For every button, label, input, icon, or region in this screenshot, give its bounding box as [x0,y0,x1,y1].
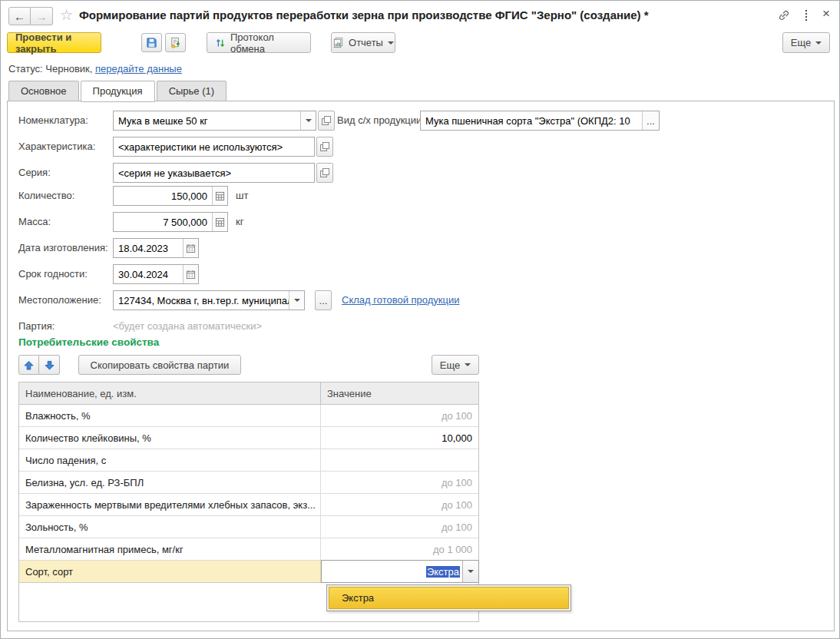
tab-main[interactable]: Основное [8,81,79,101]
kebab-dots-icon [805,9,808,22]
status-line: Статус: Черновик, передайте данные [8,63,182,74]
calendar-icon [186,243,196,253]
post-and-close-button[interactable]: Провести и закрыть [7,32,101,53]
save-button[interactable] [141,33,162,52]
product-kind-value: Мука пшеничная сорта "Экстра" (ОКПД2: 10 [421,111,642,130]
move-up-button[interactable] [18,355,39,375]
series-label: Серия: [18,163,51,183]
copy-link-button[interactable] [778,9,790,22]
chevron-down-icon [815,41,822,48]
production-date-field[interactable]: 18.04.2023 [113,238,199,258]
table-row[interactable]: Число падения, с [19,449,478,472]
table-row[interactable]: Влажность, % до 100 [19,405,478,427]
tab-products[interactable]: Продукция [81,81,155,102]
property-name: Влажность, % [19,405,321,426]
chevron-down-icon [306,119,312,125]
reports-button[interactable]: Отчеты [331,32,395,53]
consumer-properties-title: Потребительские свойства [18,336,159,348]
product-kind-field[interactable]: Мука пшеничная сорта "Экстра" (ОКПД2: 10… [420,111,660,131]
product-kind-label: Вид с/х продукции: [337,111,425,131]
product-kind-select-button[interactable]: ... [642,111,659,130]
tab-content-panel: Номенклатура: Мука в мешке 50 кг Вид с/х… [7,101,835,631]
property-name: Число падения, с [19,449,321,471]
mass-field[interactable]: 7 500,000 [113,212,228,232]
close-button[interactable]: × [818,5,835,22]
open-form-icon [322,116,331,125]
reports-label: Отчеты [349,37,383,48]
calculator-icon [215,191,225,201]
series-open-button[interactable] [316,163,333,183]
property-value [321,449,478,471]
mass-calculator-button[interactable] [212,213,227,231]
floppy-disk-icon [146,37,157,48]
selected-text: Экстра [426,566,460,578]
property-name: Белизна, усл. ед. РЗ-БПЛ [19,472,321,493]
quantity-field[interactable]: 150,000 [113,186,228,206]
quantity-unit: шт [236,186,248,206]
nomenclature-dropdown-button[interactable] [300,111,316,130]
series-field[interactable]: <серия не указывается> [113,163,315,183]
window-more-button[interactable] [800,9,812,22]
expiry-date-calendar-button[interactable] [183,265,198,283]
arrow-up-icon [24,360,34,370]
table-row[interactable]: Металломагнитная примесь, мг/кг до 1 000 [19,538,478,561]
mass-label: Масса: [18,212,51,232]
chevron-down-icon [294,299,300,305]
post-document-button[interactable] [165,33,186,52]
characteristic-open-button[interactable] [316,137,333,157]
favorite-star-icon[interactable]: ☆ [60,6,73,24]
table-row-active[interactable]: Сорт, сорт Экстра [19,561,478,583]
table-row[interactable]: Зольность, % до 100 [19,516,478,538]
location-dropdown-button[interactable] [289,291,304,310]
characteristic-value: <характеристики не используются> [114,137,314,156]
quantity-label: Количество: [18,186,74,206]
property-name: Зараженность мертвыми вредителями хлебны… [19,494,321,515]
sort-dropdown-button[interactable] [462,561,478,582]
forward-button[interactable]: → [31,7,53,25]
table-row[interactable]: Зараженность мертвыми вредителями хлебны… [19,494,478,516]
expiry-date-value: 30.04.2024 [114,265,183,283]
property-value: до 1 000 [321,538,478,560]
column-header-value[interactable]: Значение [321,382,478,404]
table-row[interactable]: Количество клейковины, % 10,000 [19,427,478,449]
more-button-properties[interactable]: Еще [432,355,479,375]
table-row[interactable]: Белизна, усл. ед. РЗ-БПЛ до 100 [19,472,478,494]
nomenclature-field[interactable]: Мука в мешке 50 кг [113,111,316,131]
nav-group: ← → [8,7,53,25]
send-data-link[interactable]: передайте данные [95,63,182,74]
location-label: Местоположение: [18,290,101,310]
property-value: до 100 [321,405,478,426]
post-and-close-label: Провести и закрыть [15,31,93,55]
location-select-button[interactable]: ... [315,290,332,310]
app-window: ← → ☆ Формирование партий продуктов пере… [0,0,840,639]
property-name: Сорт, сорт [19,561,321,582]
more-button-top[interactable]: Еще [782,32,830,53]
quantity-value: 150,000 [114,187,212,205]
move-down-button[interactable] [39,355,60,375]
location-field[interactable]: 127434, Москва г, вн.тер.г. муниципальны [113,290,305,310]
column-header-name[interactable]: Наименование, ед. изм. [19,382,321,404]
forward-arrow-icon: → [36,10,48,23]
nomenclature-open-button[interactable] [318,111,335,131]
sort-value-editor[interactable]: Экстра [321,560,479,583]
tab-bar: Основное Продукция Сырье (1) [8,81,228,102]
tab-raw-materials[interactable]: Сырье (1) [157,81,227,101]
dropdown-item-selected[interactable]: Экстра [329,587,569,609]
status-label: Статус: [8,63,43,74]
calendar-icon [186,270,196,280]
quantity-calculator-button[interactable] [212,187,227,205]
post-document-icon [170,37,181,48]
production-date-calendar-button[interactable] [183,239,198,257]
characteristic-field[interactable]: <характеристики не используются> [113,137,315,157]
row-move-buttons [18,355,60,375]
arrow-down-icon [45,360,55,370]
copy-batch-properties-button[interactable]: Скопировать свойства партии [78,355,241,375]
production-date-value: 18.04.2023 [114,239,183,257]
expiry-date-field[interactable]: 30.04.2024 [113,264,199,284]
warehouse-link[interactable]: Склад готовой продукции [342,294,460,306]
close-icon: × [822,6,830,22]
chevron-down-icon [388,41,394,48]
back-button[interactable]: ← [8,7,31,25]
ellipsis-icon: ... [647,115,655,127]
exchange-protocol-button[interactable]: Протокол обмена [207,32,311,53]
